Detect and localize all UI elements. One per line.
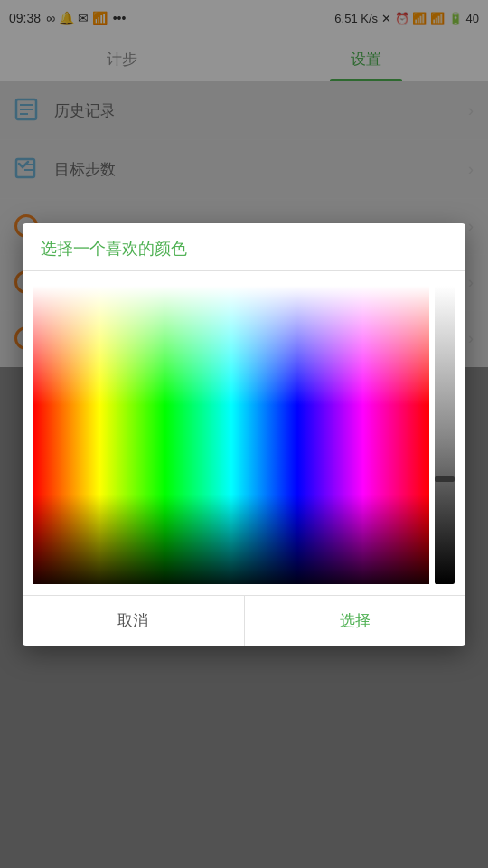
dialog-overlay: 选择一个喜欢的颜色 取消 选择 (0, 0, 488, 868)
saturation-overlay (33, 286, 429, 584)
color-picker-container[interactable] (23, 278, 465, 595)
color-picker-dialog: 选择一个喜欢的颜色 取消 选择 (23, 223, 465, 646)
color-canvas[interactable] (33, 286, 429, 584)
dialog-buttons: 取消 选择 (23, 595, 465, 646)
brightness-slider[interactable] (435, 286, 455, 584)
brightness-thumb[interactable] (435, 476, 455, 482)
cancel-button[interactable]: 取消 (23, 596, 245, 646)
dialog-title: 选择一个喜欢的颜色 (23, 223, 465, 270)
color-gradient-area[interactable] (33, 286, 429, 584)
dialog-divider (23, 270, 465, 271)
confirm-button[interactable]: 选择 (245, 596, 466, 646)
